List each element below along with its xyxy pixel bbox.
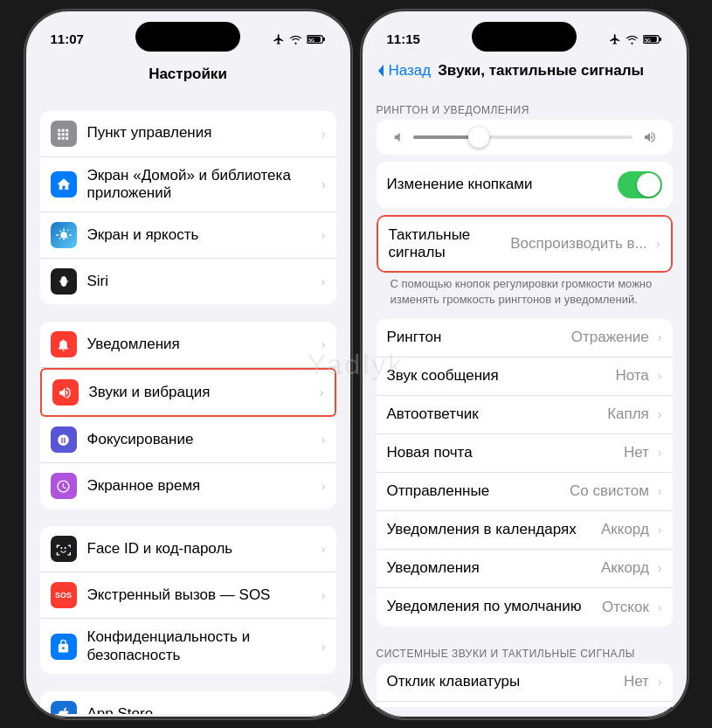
list-item-faceid[interactable]: Face ID и код-пароль › (40, 526, 336, 572)
status-icons-left: 5G (273, 33, 326, 45)
home-screen-label: Экран «Домой» и библиотека приложений (87, 167, 316, 203)
volume-footer: С помощью кнопок регулировки громкости м… (363, 273, 687, 315)
default-alerts-label: Уведомления по умолчанию (387, 598, 602, 615)
settings-content-right[interactable]: РИНГТОН И УВЕДОМЛЕНИЯ Изменение кнопками (363, 87, 687, 707)
list-item-siri[interactable]: Siri › (40, 259, 336, 304)
svg-text:5G: 5G (645, 37, 651, 42)
list-item-notifications[interactable]: Уведомления › (40, 322, 336, 368)
list-item-display[interactable]: Экран и яркость › (40, 212, 336, 259)
back-button[interactable]: Назад (377, 62, 432, 80)
svg-rect-1 (322, 37, 324, 40)
volume-min-icon (391, 130, 404, 144)
list-item-screentime[interactable]: Экранное время › (40, 463, 336, 509)
nav-bar-right: Назад Звуки, тактильные сигналы (363, 55, 687, 87)
list-item-default-alerts[interactable]: Уведомления по умолчанию Отскок › (377, 588, 673, 627)
list-item-haptics[interactable]: Тактильные сигналы Воспроизводить в... › (378, 217, 671, 272)
volume-slider[interactable] (413, 135, 633, 139)
list-item-calendar[interactable]: Уведомления в календарях Аккорд › (377, 511, 673, 550)
volume-buttons-label: Изменение кнопками (387, 176, 618, 193)
sounds-icon (52, 379, 79, 406)
haptics-highlight-box: Тактильные сигналы Воспроизводить в... › (377, 215, 673, 274)
status-icons-right: 5G (609, 33, 662, 45)
chevron-icon: › (321, 228, 326, 242)
new-mail-label: Новая почта (387, 444, 624, 461)
list-item-sounds[interactable]: Звуки и вибрация › (40, 368, 336, 417)
notifications-sound-label: Уведомления (387, 559, 601, 577)
list-item-keyboard[interactable]: Отклик клавиатуры Нет › (377, 663, 673, 702)
volume-row (377, 120, 673, 155)
voicemail-value: Капля (607, 406, 649, 423)
toggle-thumb (637, 173, 660, 197)
list-item-sent-mail[interactable]: Отправленные Со свистом › (377, 473, 673, 511)
svg-text:5G: 5G (308, 37, 315, 42)
volume-max-icon (641, 130, 659, 144)
control-center-icon (51, 121, 77, 147)
phone-right: 11:15 5G Назад Звуки, тактильные сигна (361, 10, 688, 719)
back-label: Назад (389, 62, 432, 80)
display-label: Экран и яркость (87, 226, 316, 244)
phone-left: 11:07 5G Настройки (24, 10, 352, 719)
toggle-group: Изменение кнопками (377, 162, 673, 208)
appstore-icon (51, 701, 77, 713)
list-item-appstore[interactable]: App Store › (40, 691, 336, 713)
settings-group-3: Face ID и код-пароль › SOS Экстренный вы… (40, 526, 336, 674)
svg-rect-11 (659, 37, 660, 40)
focus-icon (51, 426, 77, 453)
sent-mail-label: Отправленные (387, 482, 570, 500)
settings-content-left[interactable]: Пункт управления › Экран «Домой» и библи… (26, 94, 350, 714)
list-item-volume-buttons[interactable]: Изменение кнопками (377, 162, 673, 208)
sos-label: Экстренный вызов — SOS (87, 586, 316, 604)
battery-icon-r: 5G (643, 34, 662, 45)
status-time-right: 11:15 (387, 31, 420, 46)
volume-thumb[interactable] (468, 127, 489, 148)
settings-group-1: Пункт управления › Экран «Домой» и библи… (40, 111, 336, 305)
privacy-icon (51, 634, 77, 660)
chevron-icon: › (321, 177, 326, 191)
home-screen-icon (51, 171, 77, 198)
chevron-icon: › (321, 337, 326, 351)
haptics-value: Воспроизводить в... (510, 235, 647, 253)
settings-group-2: Уведомления › Звуки и вибрация › Фок (40, 322, 336, 509)
system-items-group: Отклик клавиатуры Нет › Звук блокировки … (377, 663, 673, 707)
appstore-label: App Store (87, 705, 316, 714)
calendar-value: Аккорд (601, 521, 649, 538)
siri-icon (51, 268, 77, 295)
chevron-icon: › (321, 274, 326, 288)
focus-label: Фокусирование (87, 431, 316, 448)
list-item-message-sound[interactable]: Звук сообщения Нота › (377, 357, 673, 396)
faceid-label: Face ID и код-пароль (87, 540, 316, 558)
list-item-notifications-sound[interactable]: Уведомления Аккорд › (377, 550, 673, 588)
notifications-label: Уведомления (87, 336, 316, 353)
message-sound-value: Нота (615, 367, 648, 385)
chevron-icon: › (321, 588, 326, 602)
chevron-icon: › (321, 640, 326, 654)
screentime-icon (51, 473, 77, 499)
sound-items-group: Рингтон Отражение › Звук сообщения Нота … (377, 319, 673, 627)
chevron-icon: › (321, 479, 326, 493)
sounds-label: Звуки и вибрация (89, 384, 315, 401)
list-item-control-center[interactable]: Пункт управления › (40, 111, 336, 157)
list-item-privacy[interactable]: Конфиденциальность и безопасность › (40, 619, 336, 674)
keyboard-label: Отклик клавиатуры (387, 673, 624, 690)
faceid-icon (51, 536, 77, 562)
list-item-home-screen[interactable]: Экран «Домой» и библиотека приложений › (40, 157, 336, 213)
ringtone-value: Отражение (571, 329, 649, 346)
dynamic-island-right (472, 22, 577, 52)
chevron-icon: › (321, 707, 326, 713)
privacy-label: Конфиденциальность и безопасность (87, 628, 316, 664)
list-item-focus[interactable]: Фокусирование › (40, 417, 336, 463)
message-sound-label: Звук сообщения (387, 367, 616, 385)
list-item-lock-sound[interactable]: Звук блокировки (377, 702, 673, 707)
siri-label: Siri (87, 273, 316, 290)
list-item-sos[interactable]: SOS Экстренный вызов — SOS › (40, 572, 336, 619)
wifi-icon-r (626, 34, 639, 45)
chevron-icon: › (320, 385, 324, 399)
status-time-left: 11:07 (51, 31, 84, 46)
list-item-new-mail[interactable]: Новая почта Нет › (377, 434, 673, 473)
settings-group-4: App Store › Game Center › iCloud (40, 691, 336, 713)
volume-toggle[interactable] (618, 171, 662, 198)
page-title-left: Настройки (40, 62, 336, 87)
list-item-ringtone[interactable]: Рингтон Отражение › (377, 319, 673, 357)
list-item-voicemail[interactable]: Автоответчик Капля › (377, 396, 673, 434)
wifi-icon (289, 34, 302, 45)
